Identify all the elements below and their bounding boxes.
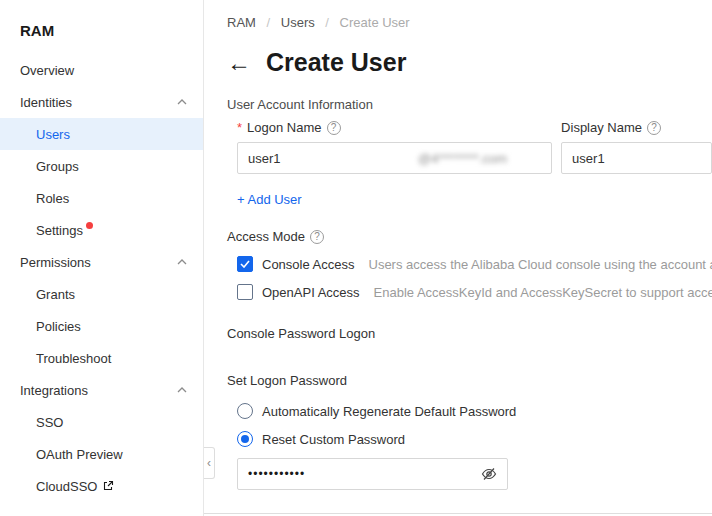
sidebar: RAM Overview Identities Users Groups Rol…: [0, 0, 204, 516]
console-password-logon-label: Console Password Logon: [227, 326, 712, 341]
eye-slash-icon[interactable]: [481, 466, 497, 482]
breadcrumb-ram[interactable]: RAM: [227, 15, 256, 30]
breadcrumb-separator: /: [325, 15, 329, 30]
sidebar-item-troubleshoot[interactable]: Troubleshoot: [0, 342, 203, 374]
breadcrumb-separator: /: [267, 15, 271, 30]
sidebar-item-groups[interactable]: Groups: [0, 150, 203, 182]
section-title-user-account: User Account Information: [227, 97, 712, 112]
sidebar-item-label: Integrations: [20, 383, 88, 398]
sidebar-item-grants[interactable]: Grants: [0, 278, 203, 310]
auto-password-radio[interactable]: [237, 403, 253, 419]
sidebar-item-label: CloudSSO: [36, 479, 97, 494]
sidebar-item-label: Permissions: [20, 255, 91, 270]
sidebar-item-label: Troubleshoot: [36, 351, 111, 366]
sidebar-item-label: Settings: [36, 223, 83, 238]
external-link-icon: [102, 480, 114, 492]
sidebar-item-permissions[interactable]: Permissions: [0, 246, 203, 278]
add-user-link[interactable]: + Add User: [237, 192, 302, 207]
breadcrumb: RAM / Users / Create User: [227, 15, 712, 30]
password-input[interactable]: •••••••••••: [237, 458, 508, 490]
console-access-row: Console Access Users access the Alibaba …: [237, 256, 712, 272]
auto-password-radio-row: Automatically Regenerate Default Passwor…: [237, 403, 712, 419]
sidebar-item-identities[interactable]: Identities: [0, 86, 203, 118]
console-access-label: Console Access: [262, 257, 355, 272]
sidebar-collapse-handle[interactable]: ‹: [204, 447, 215, 479]
sidebar-item-label: Identities: [20, 95, 72, 110]
sidebar-item-label: OAuth Preview: [36, 447, 123, 462]
sidebar-title: RAM: [0, 0, 203, 39]
sidebar-item-label: Groups: [36, 159, 79, 174]
sidebar-item-roles[interactable]: Roles: [0, 182, 203, 214]
sidebar-item-settings[interactable]: Settings: [0, 214, 203, 246]
page-header: ← Create User: [227, 48, 712, 77]
access-mode-label: Access Mode: [227, 229, 305, 244]
console-access-description: Users access the Alibaba Cloud console u…: [369, 257, 712, 272]
sidebar-item-integrations[interactable]: Integrations: [0, 374, 203, 406]
notification-dot: [86, 222, 93, 229]
chevron-up-icon: [177, 259, 187, 265]
sidebar-item-policies[interactable]: Policies: [0, 310, 203, 342]
help-icon[interactable]: ?: [327, 121, 341, 135]
logon-name-value: user1: [248, 151, 281, 166]
openapi-access-label: OpenAPI Access: [262, 285, 360, 300]
sidebar-item-oauth-preview[interactable]: OAuth Preview: [0, 438, 203, 470]
sidebar-item-label: Overview: [20, 63, 74, 78]
help-icon[interactable]: ?: [310, 230, 324, 244]
sidebar-item-label: Policies: [36, 319, 81, 334]
logon-name-field: * Logon Name ? user1 @4********.com: [237, 120, 552, 174]
set-logon-password-label: Set Logon Password: [227, 373, 712, 388]
chevron-up-icon: [177, 387, 187, 393]
main-content: RAM / Users / Create User ← Create User …: [204, 0, 712, 516]
custom-password-radio-row: Reset Custom Password: [237, 431, 712, 447]
openapi-access-description: Enable AccessKeyId and AccessKeySecret t…: [374, 285, 712, 300]
access-mode-label-row: Access Mode ?: [227, 229, 712, 244]
openapi-access-checkbox[interactable]: [237, 284, 253, 300]
breadcrumb-users[interactable]: Users: [281, 15, 315, 30]
display-name-label: Display Name: [561, 120, 642, 135]
custom-password-radio[interactable]: [237, 431, 253, 447]
auto-password-label: Automatically Regenerate Default Passwor…: [262, 404, 516, 419]
footer-divider: [204, 513, 712, 514]
sidebar-item-label: Grants: [36, 287, 75, 302]
display-name-input[interactable]: user1: [561, 142, 712, 174]
check-icon: [240, 260, 250, 268]
back-button[interactable]: ←: [227, 51, 251, 75]
page-title: Create User: [266, 48, 406, 77]
help-icon[interactable]: ?: [647, 121, 661, 135]
logon-name-input[interactable]: user1 @4********.com: [237, 142, 552, 174]
sidebar-item-label: SSO: [36, 415, 63, 430]
collapse-chevron-icon: ‹: [207, 456, 211, 470]
chevron-up-icon: [177, 99, 187, 105]
name-fields-row: * Logon Name ? user1 @4********.com Disp…: [237, 120, 712, 174]
sidebar-item-sso[interactable]: SSO: [0, 406, 203, 438]
email-domain-redacted: @4********.com: [410, 149, 515, 168]
sidebar-item-label: Roles: [36, 191, 69, 206]
display-name-field: Display Name ? user1: [561, 120, 712, 174]
sidebar-item-cloudsso[interactable]: CloudSSO: [0, 470, 203, 502]
openapi-access-row: OpenAPI Access Enable AccessKeyId and Ac…: [237, 284, 712, 300]
logon-name-label: Logon Name: [247, 120, 321, 135]
custom-password-label: Reset Custom Password: [262, 432, 405, 447]
breadcrumb-create-user: Create User: [340, 15, 410, 30]
display-name-value: user1: [572, 151, 605, 166]
password-value: •••••••••••: [248, 467, 305, 481]
console-access-checkbox[interactable]: [237, 256, 253, 272]
sidebar-item-overview[interactable]: Overview: [0, 54, 203, 86]
required-asterisk: *: [237, 120, 242, 135]
sidebar-item-users[interactable]: Users: [0, 118, 203, 150]
sidebar-item-label: Users: [36, 127, 70, 142]
